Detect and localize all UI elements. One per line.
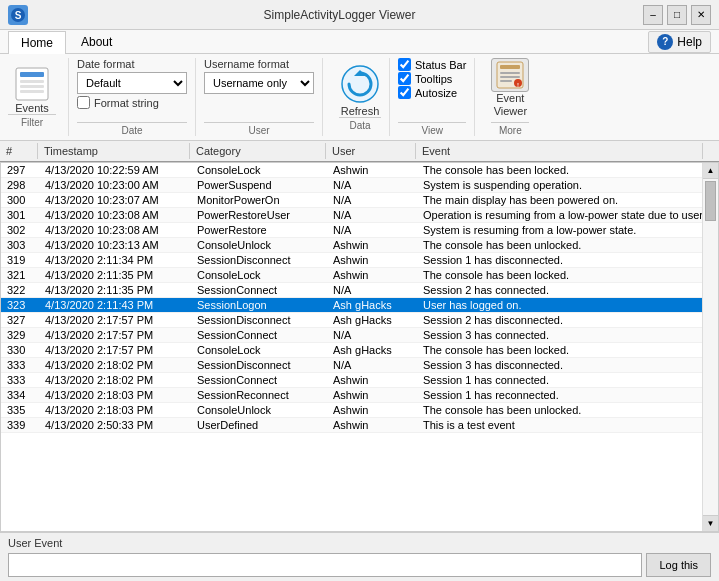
date-format-select[interactable]: Default Short Long ISO bbox=[77, 72, 187, 94]
cell-num: 323 bbox=[1, 298, 39, 312]
help-label: Help bbox=[677, 35, 702, 49]
scrollbar-down[interactable]: ▼ bbox=[703, 515, 718, 531]
help-button[interactable]: ? Help bbox=[648, 31, 711, 53]
ribbon-content: Events Filter Date format Default Short … bbox=[0, 54, 719, 140]
cell-timestamp: 4/13/2020 2:18:02 PM bbox=[39, 358, 191, 372]
table-row[interactable]: 298 4/13/2020 10:23:00 AM PowerSuspend N… bbox=[1, 178, 702, 193]
cell-num: 300 bbox=[1, 193, 39, 207]
more-group[interactable]: ! EventViewer More bbox=[483, 58, 537, 136]
cell-timestamp: 4/13/2020 2:18:02 PM bbox=[39, 373, 191, 387]
table-row[interactable]: 323 4/13/2020 2:11:43 PM SessionLogon As… bbox=[1, 298, 702, 313]
tab-about[interactable]: About bbox=[68, 30, 125, 53]
username-format-select[interactable]: Username only Domain\User Full name bbox=[204, 72, 314, 94]
table-row[interactable]: 327 4/13/2020 2:17:57 PM SessionDisconne… bbox=[1, 313, 702, 328]
cell-event: System is suspending operation. bbox=[417, 178, 702, 192]
view-group-label: View bbox=[398, 122, 466, 136]
cell-event: Session 3 has connected. bbox=[417, 328, 702, 342]
cell-event: Session 2 has disconnected. bbox=[417, 313, 702, 327]
refresh-group[interactable]: Refresh Data bbox=[331, 58, 390, 136]
table-row[interactable]: 330 4/13/2020 2:17:57 PM ConsoleLock Ash… bbox=[1, 343, 702, 358]
cell-user: Ash gHacks bbox=[327, 313, 417, 327]
cell-num: 333 bbox=[1, 358, 39, 372]
main-content: # Timestamp Category User Event 297 4/13… bbox=[0, 141, 719, 532]
cell-user: Ashwin bbox=[327, 268, 417, 282]
date-format-label: Date format bbox=[77, 58, 187, 70]
table-row[interactable]: 334 4/13/2020 2:18:03 PM SessionReconnec… bbox=[1, 388, 702, 403]
cell-event: System is resuming from a low-power stat… bbox=[417, 223, 702, 237]
svg-rect-11 bbox=[500, 72, 520, 74]
tooltips-check[interactable]: Tooltips bbox=[398, 72, 466, 85]
svg-text:!: ! bbox=[517, 81, 519, 87]
cell-event: Session 1 has disconnected. bbox=[417, 253, 702, 267]
scrollbar-up[interactable]: ▲ bbox=[703, 163, 718, 179]
cell-category: ConsoleLock bbox=[191, 343, 327, 357]
cell-timestamp: 4/13/2020 10:23:00 AM bbox=[39, 178, 191, 192]
log-button[interactable]: Log this bbox=[646, 553, 711, 577]
filter-label: Filter bbox=[8, 114, 56, 128]
tooltips-checkbox[interactable] bbox=[398, 72, 411, 85]
status-bar-check[interactable]: Status Bar bbox=[398, 58, 466, 71]
user-event-input[interactable] bbox=[8, 553, 642, 577]
status-bar-checkbox[interactable] bbox=[398, 58, 411, 71]
scrollbar[interactable]: ▲ ▼ bbox=[702, 163, 718, 531]
table-row[interactable]: 301 4/13/2020 10:23:08 AM PowerRestoreUs… bbox=[1, 208, 702, 223]
format-string-label: Format string bbox=[94, 97, 159, 109]
table-row[interactable]: 329 4/13/2020 2:17:57 PM SessionConnect … bbox=[1, 328, 702, 343]
cell-category: ConsoleUnlock bbox=[191, 403, 327, 417]
events-button[interactable]: Events bbox=[8, 66, 56, 114]
event-viewer-svg: ! bbox=[495, 60, 525, 90]
ribbon: Home About ? Help Events Filter bbox=[0, 30, 719, 141]
cell-category: PowerRestore bbox=[191, 223, 327, 237]
title-bar: S SimpleActivityLogger Viewer – □ ✕ bbox=[0, 0, 719, 30]
format-string-check[interactable] bbox=[77, 96, 90, 109]
table-row[interactable]: 319 4/13/2020 2:11:34 PM SessionDisconne… bbox=[1, 253, 702, 268]
autosize-checkbox[interactable] bbox=[398, 86, 411, 99]
close-button[interactable]: ✕ bbox=[691, 5, 711, 25]
username-format-label: Username format bbox=[204, 58, 314, 70]
cell-num: 303 bbox=[1, 238, 39, 252]
table-row[interactable]: 300 4/13/2020 10:23:07 AM MonitorPowerOn… bbox=[1, 193, 702, 208]
refresh-label: Refresh bbox=[341, 105, 380, 117]
table-row[interactable]: 303 4/13/2020 10:23:13 AM ConsoleUnlock … bbox=[1, 238, 702, 253]
cell-user: N/A bbox=[327, 193, 417, 207]
header-event: Event bbox=[416, 143, 703, 159]
table-row[interactable]: 302 4/13/2020 10:23:08 AM PowerRestore N… bbox=[1, 223, 702, 238]
table-row[interactable]: 297 4/13/2020 10:22:59 AM ConsoleLock As… bbox=[1, 163, 702, 178]
more-group-label: More bbox=[491, 122, 529, 136]
svg-rect-6 bbox=[20, 90, 44, 93]
table-row[interactable]: 333 4/13/2020 2:18:02 PM SessionConnect … bbox=[1, 373, 702, 388]
view-group: Status Bar Tooltips Autosize View bbox=[398, 58, 475, 136]
window-controls: – □ ✕ bbox=[643, 5, 711, 25]
maximize-button[interactable]: □ bbox=[667, 5, 687, 25]
cell-num: 339 bbox=[1, 418, 39, 432]
table-row[interactable]: 339 4/13/2020 2:50:33 PM UserDefined Ash… bbox=[1, 418, 702, 433]
event-viewer-icon: ! bbox=[491, 58, 529, 92]
autosize-check[interactable]: Autosize bbox=[398, 86, 466, 99]
header-user: User bbox=[326, 143, 416, 159]
table-row[interactable]: 335 4/13/2020 2:18:03 PM ConsoleUnlock A… bbox=[1, 403, 702, 418]
cell-event: Session 2 has connected. bbox=[417, 283, 702, 297]
cell-event: The console has been locked. bbox=[417, 268, 702, 282]
table-row[interactable]: 333 4/13/2020 2:18:02 PM SessionDisconne… bbox=[1, 358, 702, 373]
tab-home[interactable]: Home bbox=[8, 31, 66, 54]
cell-num: 334 bbox=[1, 388, 39, 402]
table-row[interactable]: 322 4/13/2020 2:11:35 PM SessionConnect … bbox=[1, 283, 702, 298]
cell-event: Session 1 has connected. bbox=[417, 373, 702, 387]
table-row[interactable]: 321 4/13/2020 2:11:35 PM ConsoleLock Ash… bbox=[1, 268, 702, 283]
scrollbar-thumb[interactable] bbox=[705, 181, 716, 221]
cell-category: UserDefined bbox=[191, 418, 327, 432]
cell-timestamp: 4/13/2020 2:18:03 PM bbox=[39, 388, 191, 402]
cell-user: Ashwin bbox=[327, 418, 417, 432]
cell-event: This is a test event bbox=[417, 418, 702, 432]
cell-user: Ashwin bbox=[327, 373, 417, 387]
cell-category: SessionConnect bbox=[191, 328, 327, 342]
filter-group: Events Filter bbox=[8, 58, 69, 136]
cell-user: Ashwin bbox=[327, 238, 417, 252]
cell-num: 319 bbox=[1, 253, 39, 267]
event-viewer-label: EventViewer bbox=[494, 92, 527, 118]
minimize-button[interactable]: – bbox=[643, 5, 663, 25]
help-icon: ? bbox=[657, 34, 673, 50]
cell-timestamp: 4/13/2020 10:22:59 AM bbox=[39, 163, 191, 177]
cell-category: SessionConnect bbox=[191, 283, 327, 297]
cell-timestamp: 4/13/2020 2:50:33 PM bbox=[39, 418, 191, 432]
